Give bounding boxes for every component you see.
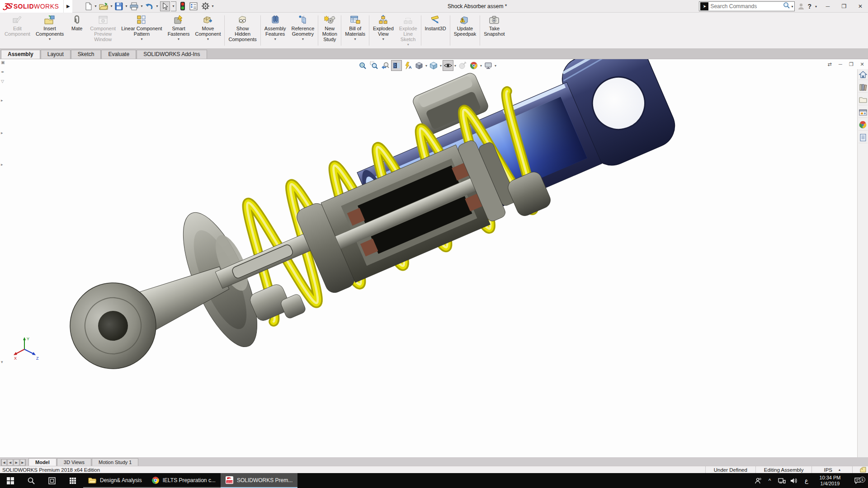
pinned-app-grid-button[interactable] [62,473,83,488]
edit-appearance-button[interactable] [457,60,468,71]
ribbon-linear-component-pattern[interactable]: Linear Component Pattern ▾ [118,13,165,48]
minimize-button[interactable]: ─ [821,0,835,13]
view-orientation-button[interactable] [428,60,439,71]
section-view-button[interactable] [391,60,402,71]
dropdown-icon[interactable]: ▾ [156,4,158,8]
annotation-views-button[interactable]: A [402,60,413,71]
search-magnifier-icon[interactable] [783,2,790,11]
tab-evaluate[interactable]: Evaluate [101,50,136,59]
design-library-icon[interactable] [859,84,868,93]
select-dropdown[interactable]: ▾ [171,1,176,11]
zoom-to-area-button[interactable] [368,60,379,71]
undo-button[interactable] [145,1,154,12]
ribbon-take-snapshot[interactable]: Take Snapshot [481,13,507,48]
home-icon[interactable] [859,71,868,80]
user-account-icon[interactable] [797,3,805,10]
dropdown-icon[interactable]: ▾ [94,4,96,8]
model-canvas[interactable] [0,59,868,457]
dropdown-icon[interactable]: ▾ [141,37,142,41]
ribbon-insert-components[interactable]: Insert Components ▾ [33,13,66,48]
flyout-arrow-icon[interactable]: ▸ [1,98,3,103]
dropdown-icon[interactable]: ▾ [212,4,214,8]
doc-restore-button[interactable]: ❐ [847,60,856,68]
flyout-arrow-icon[interactable]: ▸ [1,131,3,135]
display-style-button[interactable] [414,60,425,71]
dropdown-icon[interactable]: ▾ [382,37,384,41]
doc-close-button[interactable]: ✕ [858,60,867,68]
ribbon-bill-of-materials[interactable]: Bill of Materials ▾ [342,13,368,48]
dropdown-icon[interactable]: ▾ [302,37,304,41]
options-button[interactable] [201,1,210,12]
ribbon-explode-line-sketch[interactable]: Explode Line Sketch ▾ [396,13,420,48]
ribbon-smart-fasteners[interactable]: Smart Fasteners ▾ [165,13,193,48]
ribbon-update-speedpak[interactable]: Update Speedpak [451,13,479,48]
view-settings-button[interactable] [483,60,494,71]
dropdown-icon[interactable]: ▾ [354,37,356,41]
ribbon-new-motion-study[interactable]: New Motion Study [319,13,340,48]
dropdown-icon[interactable]: ▾ [274,37,276,41]
tab-3d-views[interactable]: 3D Views [57,458,91,466]
ribbon-show-hidden-components[interactable]: Show Hidden Components [226,13,259,48]
display-style-dropdown[interactable]: ▾ [425,64,427,68]
ribbon-exploded-view[interactable]: Exploded View ▾ [370,13,396,48]
hide-show-items-button[interactable] [443,60,453,71]
select-box-icon[interactable]: ▣ [1,60,5,65]
select-button[interactable] [160,1,170,11]
view-orientation-dropdown[interactable]: ▾ [440,64,442,68]
swap-windows-button[interactable]: ⇄ [825,60,834,68]
clock[interactable]: 10:34 PM 1/4/2019 [813,475,847,487]
dropdown-icon[interactable]: ▾ [407,42,409,47]
search-dropdown-icon[interactable]: ▾ [791,5,793,9]
restore-button[interactable]: ❐ [837,0,851,13]
ribbon-instant3d[interactable]: Instant3D [422,13,449,48]
menu-expander-button[interactable]: ▶ [63,0,72,13]
help-button[interactable]: ? [807,3,811,10]
dropdown-icon[interactable]: ▾ [178,37,179,41]
tab-model[interactable]: Model [28,458,57,466]
help-dropdown-icon[interactable]: ▾ [815,5,817,9]
next-tab-button[interactable]: ▶ [14,459,19,466]
flyout-arrow-icon[interactable]: ▸ [1,162,3,167]
ribbon-reference-geometry[interactable]: Reference Geometry ▾ [289,13,317,48]
collapse-arrow-icon[interactable]: ▾ [1,360,3,364]
pane-splitter-icon[interactable]: ◂▸ [1,70,4,74]
apply-scene-dropdown[interactable]: ▾ [480,64,482,68]
unit-system-selector[interactable]: IPS ▴ [811,466,853,473]
open-button[interactable] [99,1,108,12]
tab-assembly[interactable]: Assembly [1,50,40,59]
save-button[interactable] [114,1,123,12]
custom-properties-icon[interactable] [859,134,868,143]
rebuild-button[interactable] [180,1,185,12]
dropdown-icon[interactable]: ▾ [110,4,112,8]
taskbar-search-button[interactable] [21,473,42,488]
view-palette-icon[interactable] [859,109,868,118]
file-properties-button[interactable] [189,1,198,12]
dropdown-icon[interactable]: ▾ [125,4,127,8]
tab-motion-study-1[interactable]: Motion Study 1 [92,458,138,466]
filter-icon[interactable]: ▽ [1,79,4,84]
ribbon-component-preview-window[interactable]: Component Preview Window [87,13,118,48]
close-button[interactable]: ✕ [854,0,867,13]
dropdown-icon[interactable]: ▾ [49,37,51,41]
ribbon-edit-component[interactable]: Edit Component [2,13,33,48]
volume-icon[interactable] [788,478,800,484]
show-hidden-icons-button[interactable]: ^ [764,478,776,484]
people-icon[interactable] [751,478,764,484]
language-indicator[interactable]: ع [800,477,813,484]
dropdown-icon[interactable]: ▾ [207,37,209,41]
taskbar-app-solidworks[interactable]: 2018 SOLIDWORKS Prem... [221,473,297,488]
appearances-icon[interactable] [859,122,868,131]
start-button[interactable] [0,473,21,488]
tab-layout[interactable]: Layout [41,50,71,59]
doc-minimize-button[interactable]: ─ [836,60,845,68]
tab-sketch[interactable]: Sketch [71,50,101,59]
graphics-area[interactable]: A ▾ ▾ ▾ ▾ ▾ ⇄ ─ ❐ ✕ ▣ ◂▸ ▽ ▸ ▸ ▸ [0,59,868,457]
tab-solidworks-add-ins[interactable]: SOLIDWORKS Add-Ins [137,50,207,59]
hide-show-items-dropdown[interactable]: ▾ [454,64,456,68]
taskbar-app-file-explorer[interactable]: Design& Analysis [83,473,147,488]
file-explorer-icon[interactable] [859,96,868,105]
taskbar-app-chrome[interactable]: IELTS Preparation c... [147,473,221,488]
previous-view-button[interactable] [380,60,391,71]
search-scope-icon[interactable]: ➤ [700,2,708,10]
dropdown-icon[interactable]: ▾ [141,4,142,8]
